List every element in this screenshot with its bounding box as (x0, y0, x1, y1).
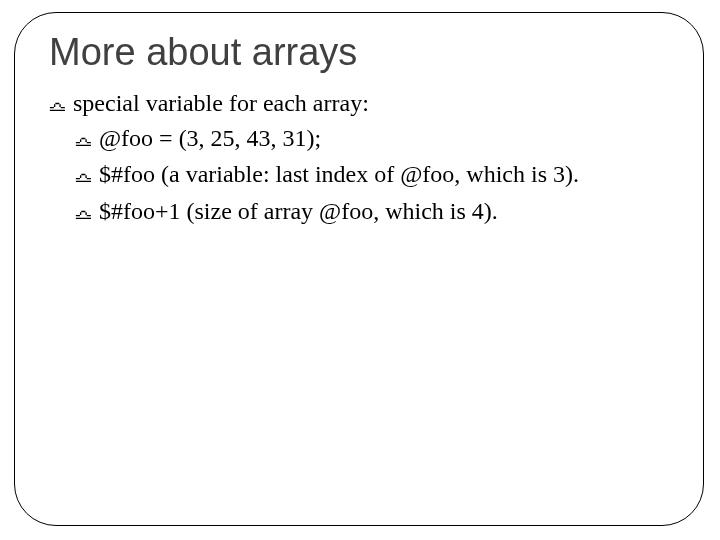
slide-title: More about arrays (49, 31, 675, 74)
bullet-level2: 🝞$#foo+1 (size of array @foo, which is 4… (73, 195, 675, 227)
bullet-level2: 🝞@foo = (3, 25, 43, 31); (73, 122, 675, 154)
bullet-text: $#foo+1 (size of array @foo, which is 4)… (99, 198, 498, 224)
bullet-text: @foo = (3, 25, 43, 31); (99, 125, 321, 151)
bullet-level2: 🝞$#foo (a variable: last index of @foo, … (73, 158, 675, 190)
bullet-icon: 🝞 (47, 90, 69, 118)
bullet-text: special variable for each array: (73, 90, 369, 116)
bullet-icon: 🝞 (73, 124, 95, 154)
bullet-icon: 🝞 (73, 197, 95, 227)
slide-frame: More about arrays 🝞special variable for … (14, 12, 704, 526)
bullet-icon: 🝞 (73, 160, 95, 190)
bullet-level1: 🝞special variable for each array: (47, 88, 675, 118)
bullet-text: $#foo (a variable: last index of @foo, w… (99, 161, 579, 187)
